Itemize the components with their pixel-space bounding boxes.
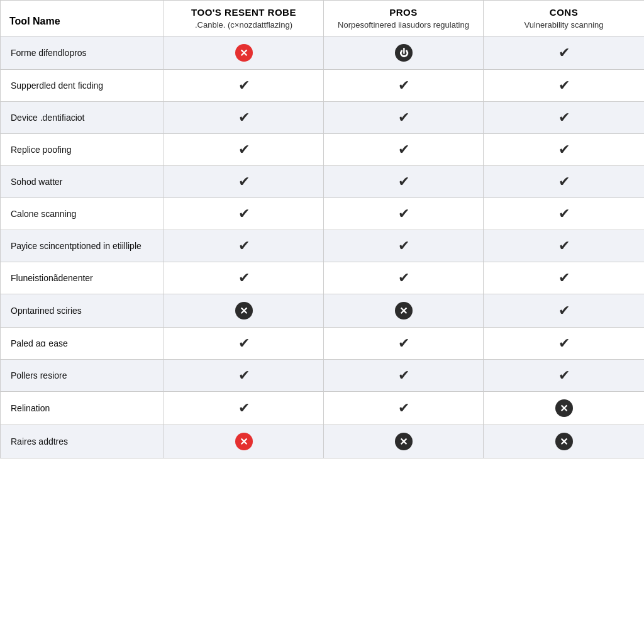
cons-cell: ✔: [484, 70, 645, 102]
check-icon: ✔: [398, 270, 409, 286]
tool-cell: ✔: [164, 70, 324, 102]
cross-dark-icon: ✕: [555, 399, 573, 417]
check-icon: ✔: [558, 45, 570, 61]
table-row: Relination ✔ ✔ ✕: [1, 392, 645, 425]
tool-cell: ✔: [164, 230, 324, 262]
cons-cell: ✔: [484, 134, 645, 166]
tool-cell: ✔: [164, 328, 324, 360]
tool-cell: ✔: [164, 102, 324, 134]
table-row: Payice scincentptioned in etiilliple ✔ ✔…: [1, 230, 645, 262]
row-label: Calone scanning: [1, 198, 164, 230]
check-icon: ✔: [558, 142, 570, 158]
cons-cell: ✔: [484, 198, 645, 230]
tool-cell: ✔: [164, 198, 324, 230]
tool-cell: ✔: [164, 360, 324, 392]
cons-cell: ✔: [484, 360, 645, 392]
row-label: Supperdled dent ficding: [1, 70, 164, 102]
cons-cell: ✔: [484, 294, 645, 328]
check-icon: ✔: [398, 142, 409, 158]
comparison-table: Tool Name TOO'S RESENT ROBE .Canble. (c×…: [0, 0, 644, 458]
table-row: Calone scanning ✔ ✔ ✔: [1, 198, 645, 230]
check-icon: ✔: [238, 109, 250, 126]
cons-header-main: CONS: [492, 7, 635, 18]
check-icon: ✔: [558, 303, 570, 319]
table-row: Sohod watter ✔ ✔ ✔: [1, 166, 645, 198]
check-icon: ✔: [238, 335, 250, 352]
check-icon: ✔: [398, 206, 409, 222]
check-icon: ✔: [558, 367, 570, 384]
check-icon: ✔: [238, 142, 250, 158]
table-row: Forme difendlopros ✕ ⏻ ✔: [1, 36, 645, 70]
cons-cell: ✔: [484, 230, 645, 262]
check-icon: ✔: [238, 77, 250, 94]
table-row: Replice poofing ✔ ✔ ✔: [1, 134, 645, 166]
row-label: Paled aɑ ease: [1, 328, 164, 360]
partial-icon: ⏻: [395, 44, 413, 62]
tool-cell: ✔: [164, 134, 324, 166]
check-icon: ✔: [238, 238, 250, 254]
check-icon: ✔: [558, 270, 570, 286]
tool-cell: ✔: [164, 262, 324, 294]
check-icon: ✔: [238, 400, 250, 416]
pros-cell: ✔: [324, 70, 484, 102]
pros-header-sub: Norpesoftinered iiasudors regulating: [333, 20, 474, 30]
tool-cell: ✔: [164, 166, 324, 198]
tool-name-label: Tool Name: [9, 16, 60, 26]
table-row: Paled aɑ ease ✔ ✔ ✔: [1, 328, 645, 360]
pros-cell: ✔: [324, 360, 484, 392]
check-icon: ✔: [558, 335, 570, 352]
row-label: Pollers resiore: [1, 360, 164, 392]
row-label: Fluneistionãdenenter: [1, 262, 164, 294]
check-icon: ✔: [398, 174, 409, 190]
table-row: Opntarined sciries ✕ ✕ ✔: [1, 294, 645, 328]
pros-cell: ✔: [324, 166, 484, 198]
row-label: Relination: [1, 392, 164, 425]
tool-cell: ✔: [164, 392, 324, 425]
check-icon: ✔: [558, 238, 570, 254]
check-icon: ✔: [398, 400, 409, 416]
check-icon: ✔: [398, 238, 409, 254]
row-label: Replice poofing: [1, 134, 164, 166]
row-label: Opntarined sciries: [1, 294, 164, 328]
tool-cell: ✕: [164, 36, 324, 70]
check-icon: ✔: [398, 367, 409, 384]
pros-cell: ✔: [324, 262, 484, 294]
pros-cell: ✕: [324, 425, 484, 458]
cross-dark-icon: ✕: [555, 433, 573, 450]
cross-red-icon: ✕: [235, 44, 253, 62]
cons-cell: ✔: [484, 328, 645, 360]
cons-cell: ✕: [484, 392, 645, 425]
column-header-pros: PROS Norpesoftinered iiasudors regulatin…: [324, 1, 484, 36]
check-icon: ✔: [398, 335, 409, 352]
table-row: Device .dentifiaciot ✔ ✔ ✔: [1, 102, 645, 134]
tool-cell: ✕: [164, 294, 324, 328]
cons-cell: ✔: [484, 36, 645, 70]
cross-dark-icon: ✕: [395, 433, 413, 450]
column-header-tool: TOO'S RESENT ROBE .Canble. (c×nozdattfla…: [164, 1, 324, 36]
table-row: Fluneistionãdenenter ✔ ✔ ✔: [1, 262, 645, 294]
table-row: Supperdled dent ficding ✔ ✔ ✔: [1, 70, 645, 102]
check-icon: ✔: [558, 77, 570, 94]
cons-cell: ✔: [484, 102, 645, 134]
cons-cell: ✔: [484, 262, 645, 294]
tool-header-sub: .Canble. (c×nozdattflazing): [173, 20, 314, 30]
row-label: Sohod watter: [1, 166, 164, 198]
pros-cell: ✕: [324, 294, 484, 328]
cross-dark-icon: ✕: [395, 302, 413, 319]
check-icon: ✔: [558, 109, 570, 126]
pros-cell: ✔: [324, 198, 484, 230]
cons-header-sub: Vulnerability scanning: [492, 20, 635, 30]
cross-dark-icon: ✕: [235, 302, 253, 319]
check-icon: ✔: [558, 206, 570, 222]
check-icon: ✔: [238, 174, 250, 190]
cross-red-icon: ✕: [235, 433, 253, 450]
pros-cell: ⏻: [324, 36, 484, 70]
cons-cell: ✔: [484, 166, 645, 198]
table-row: Pollers resiore ✔ ✔ ✔: [1, 360, 645, 392]
tool-cell: ✕: [164, 425, 324, 458]
cons-cell: ✕: [484, 425, 645, 458]
check-icon: ✔: [398, 77, 409, 94]
pros-cell: ✔: [324, 328, 484, 360]
row-label: Raires addtres: [1, 425, 164, 458]
check-icon: ✔: [398, 109, 409, 126]
